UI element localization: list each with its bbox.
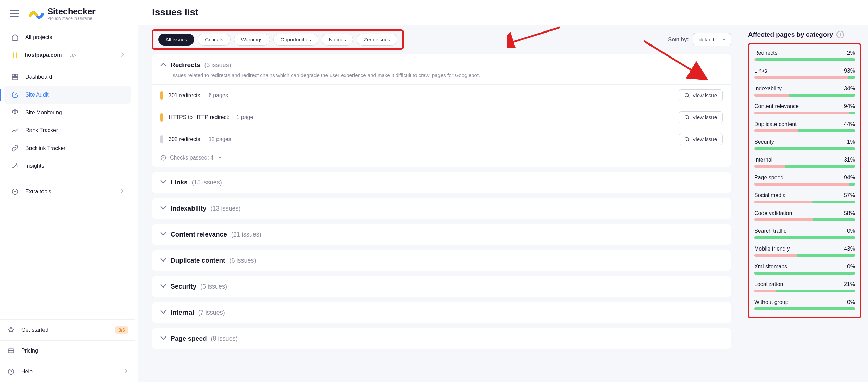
group-title: Duplicate content	[171, 257, 225, 264]
hamburger-menu-icon[interactable]	[10, 9, 19, 18]
filter-pill-criticals[interactable]: Criticals	[198, 34, 230, 46]
sidebar: Sitechecker Proudly made in Ukraine All …	[0, 0, 138, 382]
issue-group-header[interactable]: Duplicate content (6 issues)	[152, 250, 731, 271]
sidebar-item-rank-tracker[interactable]: Rank Tracker	[4, 122, 131, 139]
group-count: (8 issues)	[211, 335, 238, 342]
group-title: Page speed	[171, 335, 207, 342]
issue-group: Page speed (8 issues)	[152, 328, 731, 349]
sidebar-item-label: Site Audit	[25, 92, 124, 98]
issue-group: Duplicate content (6 issues)	[152, 250, 731, 271]
category-percent: 0%	[847, 299, 855, 305]
issue-group: Security (6 issues)	[152, 276, 731, 297]
filter-pill-all[interactable]: All issues	[158, 34, 194, 46]
filter-pill-zero[interactable]: Zero issues	[357, 34, 398, 46]
chevron-right-icon	[120, 189, 124, 195]
category-percent: 31%	[844, 157, 855, 163]
category-item[interactable]: Social media 57%	[754, 190, 855, 207]
sidebar-item-backlink-tracker[interactable]: Backlink Tracker	[4, 139, 131, 157]
issue-group-header[interactable]: Links (15 issues)	[152, 172, 731, 193]
chevron-down-icon	[160, 231, 166, 238]
get-started-badge: 3/6	[115, 326, 128, 334]
svg-point-7	[685, 93, 688, 97]
category-item[interactable]: Without group 0%	[754, 296, 855, 314]
sidebar-item-extra-tools[interactable]: Extra tools	[4, 183, 131, 201]
filter-pill-warnings[interactable]: Warnings	[234, 34, 270, 46]
checks-passed-toggle[interactable]: Checks passed: 4	[152, 150, 731, 167]
sort-by-select[interactable]: default	[693, 33, 731, 46]
category-bar	[754, 236, 855, 239]
issue-group-redirects: Redirects (3 issues) Issues related to r…	[152, 54, 731, 167]
category-bar	[754, 76, 855, 79]
project-name: hostpapa.com	[25, 52, 62, 58]
category-item[interactable]: Page speed 94%	[754, 172, 855, 190]
issue-group: Indexability (13 issues)	[152, 198, 731, 219]
help-icon	[7, 368, 15, 376]
view-issue-button[interactable]: View issue	[679, 111, 723, 123]
category-percent: 57%	[844, 192, 855, 199]
category-item[interactable]: Mobile friendly 43%	[754, 243, 855, 261]
sidebar-item-pricing[interactable]: Pricing	[0, 340, 135, 361]
sidebar-item-help[interactable]: Help	[0, 361, 135, 382]
view-issue-button[interactable]: View issue	[679, 133, 723, 145]
issue-group-header[interactable]: Internal (7 issues)	[152, 302, 731, 323]
category-bar	[754, 94, 855, 97]
issue-row[interactable]: 302 redirects: 12 pages View issue	[152, 128, 731, 150]
chevron-down-icon	[160, 205, 166, 212]
category-bar	[754, 272, 855, 275]
category-percent: 94%	[844, 103, 855, 110]
filter-pill-opportunities[interactable]: Opportunities	[273, 34, 318, 46]
page-title: Issues list	[138, 0, 868, 25]
view-issue-label: View issue	[693, 114, 717, 120]
category-name: Internal	[754, 157, 772, 163]
sidebar-item-get-started[interactable]: Get started 3/6	[0, 319, 135, 340]
category-item[interactable]: Content relevance 94%	[754, 101, 855, 118]
sidebar-item-insights[interactable]: Insights	[4, 157, 131, 175]
category-name: Xml sitemaps	[754, 264, 787, 270]
category-percent: 0%	[847, 264, 855, 270]
home-icon	[11, 33, 19, 41]
group-count: (15 issues)	[192, 179, 222, 186]
category-item[interactable]: Duplicate content 44%	[754, 118, 855, 136]
sidebar-item-site-monitoring[interactable]: Site Monitoring	[4, 104, 131, 122]
group-count: (6 issues)	[229, 257, 256, 264]
issue-group-header[interactable]: Content relevance (21 issues)	[152, 224, 731, 245]
category-item[interactable]: Localization 21%	[754, 279, 855, 296]
sidebar-item-all-projects[interactable]: All projects	[4, 28, 131, 46]
info-icon[interactable]: i	[836, 31, 844, 38]
sidebar-item-dashboard[interactable]: Dashboard	[4, 68, 131, 86]
category-item[interactable]: Internal 31%	[754, 154, 855, 172]
group-title: Indexability	[171, 205, 207, 212]
sidebar-project-selector[interactable]: hostpapa.com UA	[4, 46, 131, 64]
issue-group-header[interactable]: Security (6 issues)	[152, 276, 731, 297]
logo[interactable]: Sitechecker Proudly made in Ukraine	[29, 6, 95, 21]
filter-pill-notices[interactable]: Notices	[322, 34, 353, 46]
svg-point-10	[161, 155, 166, 160]
issue-row[interactable]: 301 redirects: 6 pages View issue	[152, 84, 731, 106]
category-bar	[754, 129, 855, 132]
category-percent: 93%	[844, 68, 855, 74]
issue-group-header[interactable]: Page speed (8 issues)	[152, 328, 731, 349]
category-item[interactable]: Security 1%	[754, 136, 855, 154]
category-bar	[754, 58, 855, 61]
issue-group-header[interactable]: Redirects (3 issues)	[152, 54, 731, 70]
category-item[interactable]: Indexability 34%	[754, 83, 855, 101]
category-item[interactable]: Xml sitemaps 0%	[754, 261, 855, 279]
issue-row[interactable]: HTTPS to HTTP redirect: 1 page View issu…	[152, 106, 731, 128]
svg-rect-1	[16, 74, 18, 76]
search-icon	[684, 137, 690, 142]
sidebar-item-site-audit[interactable]: Site Audit	[4, 86, 131, 104]
category-list-highlight-box: Redirects 2% Links 93% Indexability 34% …	[748, 43, 861, 318]
issue-group-header[interactable]: Indexability (13 issues)	[152, 198, 731, 219]
view-issue-label: View issue	[693, 92, 717, 98]
search-icon	[684, 93, 690, 98]
category-item[interactable]: Redirects 2%	[754, 47, 855, 65]
category-item[interactable]: Links 93%	[754, 65, 855, 83]
view-issue-button[interactable]: View issue	[679, 89, 723, 101]
category-name: Mobile friendly	[754, 246, 790, 252]
checks-passed-label: Checks passed: 4	[170, 155, 213, 161]
severity-indicator	[160, 91, 163, 100]
category-item[interactable]: Search traffic 0%	[754, 225, 855, 243]
category-item[interactable]: Code validation 58%	[754, 207, 855, 225]
category-bar	[754, 254, 855, 257]
affected-pages-title: Affected pages by category	[748, 31, 833, 38]
